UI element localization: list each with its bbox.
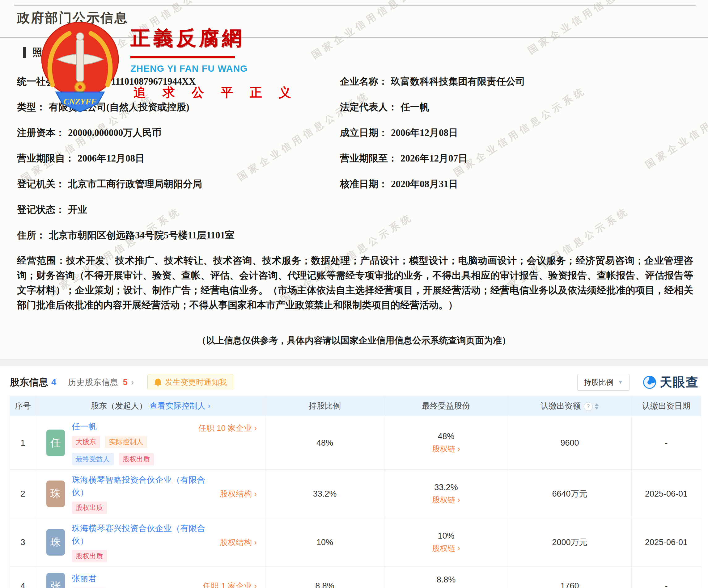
chevron-right-icon: › (208, 401, 210, 410)
brand-name-cn: 正義反腐網 (130, 25, 247, 52)
gov-field-row: 住所：北京市朝阳区创远路34号院5号楼11层1101室 (0, 229, 694, 254)
row-action-link[interactable]: 股权结构 › (220, 537, 257, 548)
avatar: 张 (46, 573, 65, 588)
view-actual-controller-link[interactable]: 查看实际控制人 › (149, 401, 210, 410)
equity-chain-link[interactable]: 股权链 › (432, 495, 460, 505)
amount-cell: 9600 (508, 416, 632, 470)
status-badge: 实际控制人 (105, 436, 147, 448)
benefit-percent: 8.8% (385, 575, 507, 585)
business-scope: 经营范围：技术开发、技术推广、技术转让、技术咨询、技术服务；数据处理；产品设计；… (17, 253, 693, 312)
field-label: 营业期限至： (340, 153, 397, 164)
row-index: 2 (10, 470, 36, 518)
row-index: 4 (10, 567, 36, 588)
table-row: 4张张丽君股权出质任职 1 家企业 ›8.8%8.8%股权链 ›1760- (10, 567, 701, 588)
help-icon[interactable]: ? (584, 402, 593, 411)
equity-chain-link[interactable]: 股权链 › (432, 587, 460, 588)
date-cell: - (632, 567, 701, 588)
field-value: 开业 (65, 204, 87, 215)
shareholder-name-link[interactable]: 珠海横琴赛兴投资合伙企业（有限合伙） (72, 522, 205, 547)
row-index: 1 (10, 416, 36, 470)
shareholder-cell: 珠珠海横琴赛兴投资合伙企业（有限合伙）股权出质股权结构 › (36, 518, 265, 567)
disclaimer-note: （以上信息仅供参考，具体内容请以国家企业信用信息公示系统查询页面为准） (0, 335, 708, 347)
field-label: 成立日期： (340, 127, 388, 138)
shareholder-table: 序号 股东（发起人） 查看实际控制人 › 持股比例 最终受益股份 认缴出资额? … (9, 396, 701, 588)
tianyancha-logo[interactable]: 天眼查 (643, 374, 699, 391)
benefit-cell: 8.8%股权链 › (384, 567, 508, 588)
gov-field-row: 登记状态：开业 (0, 203, 694, 229)
business-scope-text: 技术开发、技术推广、技术转让、技术咨询、技术服务；数据处理；产品设计；模型设计；… (17, 255, 693, 310)
row-index: 3 (10, 518, 36, 567)
gov-disclosure-section: 国家企业信用信息公示系统国家企业信用信息公示系统国家企业信用信息公示系统国家企业… (0, 0, 708, 359)
status-badge: 股权出质 (72, 550, 107, 562)
field-value: 北京市朝阳区创远路34号院5号楼11层1101室 (46, 230, 235, 241)
field-label: 企业名称： (340, 76, 388, 87)
col-shareholder: 股东（发起人） 查看实际控制人 › (36, 396, 265, 416)
bell-icon (154, 378, 162, 386)
equity-chain-link[interactable]: 股权链 › (432, 444, 460, 454)
tag-list: 股权出质 (72, 550, 213, 562)
benefit-cell: 33.2%股权链 › (384, 470, 508, 518)
shareholder-name-link[interactable]: 张丽君 (72, 572, 97, 585)
col-index: 序号 (10, 396, 36, 416)
sort-by-dropdown[interactable]: 持股比例 ▼ (577, 374, 629, 391)
brand-name-en: ZHENG YI FAN FU WANG (130, 63, 247, 74)
field-label: 营业期限自： (17, 153, 75, 164)
chevron-right-icon: › (252, 489, 257, 498)
status-badge: 股权出质 (119, 453, 154, 465)
shareholder-header: 股东信息 4 历史股东信息 5 › 发生变更时通知我 持股比例 ▼ (0, 366, 708, 396)
date-cell: 2025-06-01 (632, 470, 701, 518)
equity-chain-link[interactable]: 股权链 › (432, 543, 460, 553)
row-action-link[interactable]: 股权结构 › (220, 489, 257, 499)
brand-slogan: 追 求 公 平 正 义 (134, 84, 298, 101)
row-action-link[interactable]: 任职 10 家企业 › (198, 423, 257, 434)
shareholder-cell: 张张丽君股权出质任职 1 家企业 › (36, 567, 265, 588)
tag-list: 股权出质 (72, 501, 213, 514)
sort-icon[interactable] (595, 403, 599, 410)
notify-on-change-button[interactable]: 发生变更时通知我 (147, 374, 233, 390)
shareholder-section: 股东信息 4 历史股东信息 5 › 发生变更时通知我 持股比例 ▼ (0, 366, 708, 588)
benefit-cell: 10%股权链 › (384, 518, 508, 567)
field-label: 住所： (17, 230, 46, 241)
row-action-link[interactable]: 任职 1 家企业 › (203, 581, 257, 588)
field-value: 北京市工商行政管理局朝阳分局 (65, 179, 202, 189)
chevron-down-icon: ▼ (618, 379, 623, 385)
date-cell: - (632, 416, 701, 470)
history-shareholder-link[interactable]: 历史股东信息 5 › (68, 377, 134, 388)
date-cell: 2025-06-01 (632, 518, 701, 567)
section-divider-band (0, 359, 708, 366)
watermark-text: 国家企业信用信息公示系统 (309, 0, 447, 62)
amount-cell: 2000万元 (508, 518, 632, 567)
table-row: 2珠珠海横琴智略投资合伙企业（有限合伙）股权出质股权结构 ›33.2%33.2%… (10, 470, 701, 518)
business-scope-label: 经营范围： (17, 255, 66, 266)
field-value: 2006年12月08日 (388, 127, 458, 138)
history-shareholder-label: 历史股东信息 (68, 378, 118, 387)
table-row: 3珠珠海横琴赛兴投资合伙企业（有限合伙）股权出质股权结构 ›10%10%股权链 … (10, 518, 701, 567)
field-value: 玖富数科科技集团有限责任公司 (388, 76, 525, 87)
shareholder-name-link[interactable]: 任一帆 (72, 420, 97, 433)
field-label: 登记机关： (17, 179, 65, 189)
field-label: 核准日期： (340, 179, 388, 189)
chevron-right-icon: › (131, 378, 134, 387)
national-emblem-logo: CNZYFF (39, 22, 121, 114)
field-value: 任一帆 (397, 102, 429, 113)
field-label: 登记状态： (17, 204, 65, 215)
ratio-cell: 10% (265, 518, 384, 567)
col-shareholder-label: 股东（发起人） (91, 401, 147, 410)
amount-cell: 6640万元 (508, 470, 632, 518)
section-marker-bar (23, 47, 26, 58)
brand-underline (130, 56, 235, 58)
field-value: 2026年12月07日 (397, 153, 468, 164)
gov-field-row: 营业期限自：2006年12月08日营业期限至：2026年12月07日 (0, 152, 694, 178)
shareholder-table-body: 1任任一帆大股东实际控制人最终受益人股权出质任职 10 家企业 ›48%48%股… (10, 416, 701, 588)
table-header-row: 序号 股东（发起人） 查看实际控制人 › 持股比例 最终受益股份 认缴出资额? … (10, 396, 701, 416)
history-shareholder-count: 5 (123, 378, 128, 387)
sort-by-value: 持股比例 (584, 377, 614, 387)
shareholder-cell: 任任一帆大股东实际控制人最终受益人股权出质任职 10 家企业 › (36, 416, 265, 470)
field-label: 注册资本： (17, 127, 65, 138)
col-amount-label: 认缴出资额 (540, 401, 581, 410)
tianyancha-logo-text: 天眼查 (660, 374, 699, 391)
shareholder-name-link[interactable]: 珠海横琴智略投资合伙企业（有限合伙） (72, 474, 205, 498)
site-brand: 正義反腐網 ZHENG YI FAN FU WANG (130, 25, 247, 74)
top-divider (14, 5, 696, 5)
benefit-percent: 10% (385, 531, 507, 541)
